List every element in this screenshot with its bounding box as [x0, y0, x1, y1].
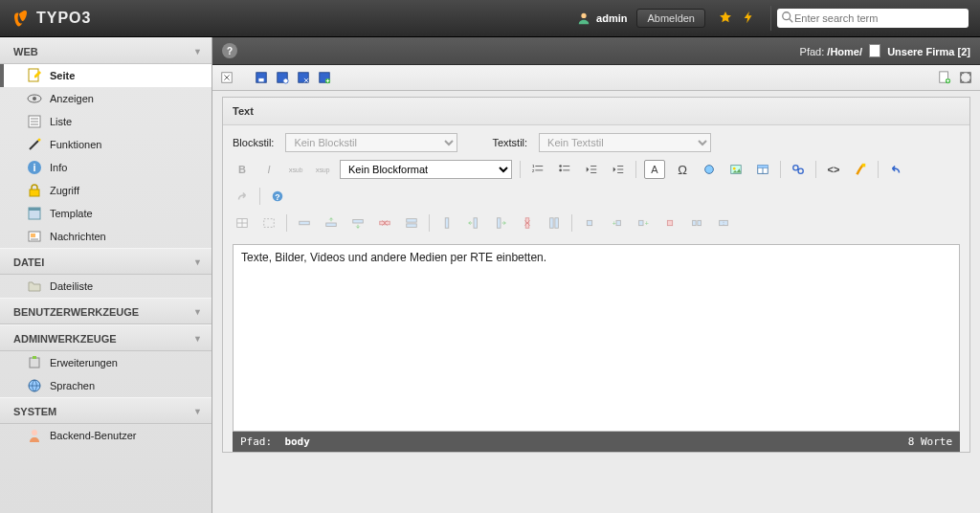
sidebar-item-zugriff[interactable]: Zugriff	[0, 179, 212, 202]
sidebar-item-label: Template	[50, 208, 93, 219]
col-insert-after-button[interactable]	[491, 213, 510, 233]
clear-cache-bolt-icon[interactable]	[742, 11, 755, 26]
outdent-button[interactable]	[582, 160, 601, 179]
find-replace-button[interactable]	[789, 160, 808, 179]
link-button[interactable]	[700, 160, 719, 179]
statusbar-path-label: Pfad:	[240, 435, 272, 448]
about-button[interactable]: ?	[268, 187, 287, 206]
sidebar-section-adminwerkzeuge[interactable]: ADMINWERKZEUGE ▼	[0, 324, 212, 351]
ordered-list-button[interactable]: 12	[528, 160, 547, 179]
col-insert-before-button[interactable]	[464, 213, 483, 233]
svg-point-23	[32, 430, 37, 435]
cell-delete-button[interactable]	[660, 213, 679, 233]
logout-button[interactable]: Abmelden	[636, 9, 705, 28]
col-split-button[interactable]	[545, 213, 564, 233]
fullscreen-button[interactable]	[957, 69, 974, 86]
chevron-down-icon: ▼	[193, 407, 202, 416]
sidebar-item-sprachen[interactable]: Sprachen	[0, 374, 212, 397]
sidebar-section-datei[interactable]: DATEI ▼	[0, 248, 212, 275]
special-char-button[interactable]: Ω	[673, 160, 692, 179]
cell-merge-button[interactable]	[714, 213, 733, 233]
statusbar-path-value[interactable]: body	[284, 435, 310, 448]
row-delete-button[interactable]	[375, 213, 394, 233]
cell-insert-before-button[interactable]: +	[607, 213, 626, 233]
topbar-separator	[770, 6, 771, 31]
remove-format-button[interactable]	[851, 160, 870, 179]
user-info[interactable]: admin	[577, 11, 627, 25]
col-delete-button[interactable]	[518, 213, 537, 233]
new-record-button[interactable]	[936, 69, 953, 86]
text-color-button[interactable]: A	[644, 160, 665, 179]
superscript-button[interactable]: xsup	[313, 160, 332, 179]
textstyle-select[interactable]: Kein Textstil	[539, 133, 711, 152]
bold-button[interactable]: B	[233, 160, 252, 179]
action-bar	[212, 65, 980, 91]
svg-rect-21	[33, 356, 36, 359]
search-input[interactable]	[794, 12, 965, 24]
svg-rect-82	[667, 220, 672, 225]
svg-text:?: ?	[275, 192, 279, 202]
toolbar-separator	[878, 161, 879, 178]
sidebar-item-funktionen[interactable]: Funktionen	[0, 133, 212, 156]
save-new-button[interactable]	[316, 69, 333, 86]
sidebar-item-info[interactable]: i Info	[0, 156, 212, 179]
sidebar-section-system[interactable]: SYSTEM ▼	[0, 397, 212, 424]
panel-title: Text	[223, 98, 969, 125]
breadcrumb-page[interactable]: Unsere Firma	[887, 46, 954, 57]
module-sidebar: WEB ▼ Seite Anzeigen Liste Funktionen i	[0, 37, 212, 513]
save-close-button[interactable]	[295, 69, 312, 86]
sidebar-item-label: Dateiliste	[50, 280, 93, 292]
breadcrumb-home[interactable]: /Home/	[827, 46, 862, 57]
row-props-button[interactable]	[295, 213, 314, 233]
sidebar-item-template[interactable]: Template	[0, 202, 212, 225]
col-props-button[interactable]	[437, 213, 457, 233]
row-insert-above-button[interactable]	[322, 213, 341, 233]
italic-button[interactable]: I	[259, 160, 278, 179]
main-area: ? Pfad: /Home/ Unsere Firma [2] Te	[212, 37, 980, 513]
row-insert-below-button[interactable]	[348, 213, 368, 233]
row-split-button[interactable]	[402, 213, 421, 233]
unordered-list-button[interactable]	[555, 160, 574, 179]
image-button[interactable]	[726, 160, 746, 179]
svg-rect-16	[29, 208, 40, 211]
save-view-button[interactable]	[274, 69, 291, 86]
sidebar-item-backend-benutzer[interactable]: Backend-Benutzer	[0, 424, 212, 447]
sidebar-item-seite[interactable]: Seite	[0, 64, 212, 87]
html-source-button[interactable]: <>	[824, 160, 843, 179]
indent-button[interactable]	[609, 160, 628, 179]
bookmark-star-icon[interactable]	[719, 11, 732, 26]
subscript-button[interactable]: xsub	[286, 160, 305, 179]
sidebar-section-web[interactable]: WEB ▼	[0, 37, 212, 64]
cell-split-button[interactable]	[687, 213, 706, 233]
svg-rect-75	[550, 218, 554, 229]
sidebar-item-anzeigen[interactable]: Anzeigen	[0, 87, 212, 110]
svg-rect-67	[353, 220, 364, 224]
table-button[interactable]	[753, 160, 772, 179]
sidebar-item-label: Liste	[50, 116, 72, 127]
table-props-button[interactable]	[233, 213, 252, 233]
search-box[interactable]	[777, 9, 969, 28]
sidebar-item-erweiterungen[interactable]: Erweiterungen	[0, 351, 212, 374]
sidebar-item-nachrichten[interactable]: Nachrichten	[0, 225, 212, 248]
cell-props-button[interactable]	[580, 213, 599, 233]
rte-panel: Text Blockstil: Kein Blockstil Textstil:…	[222, 97, 970, 453]
sidebar-item-liste[interactable]: Liste	[0, 110, 212, 133]
cell-insert-after-button[interactable]: +	[634, 213, 653, 233]
svg-point-39	[559, 165, 562, 167]
rte-editor[interactable]: Texte, Bilder, Videos und andere Medien …	[233, 244, 960, 432]
close-button[interactable]	[218, 69, 235, 86]
save-button[interactable]	[253, 69, 270, 86]
toggle-borders-button[interactable]	[259, 213, 278, 233]
sidebar-item-dateiliste[interactable]: Dateiliste	[0, 275, 212, 298]
redo-button[interactable]	[233, 187, 252, 206]
blockstyle-select[interactable]: Kein Blockstil	[285, 133, 457, 152]
svg-rect-69	[407, 219, 417, 223]
template-icon	[27, 206, 42, 221]
svg-text:2: 2	[532, 168, 535, 173]
content-area: Text Blockstil: Kein Blockstil Textstil:…	[212, 91, 980, 513]
undo-button[interactable]	[886, 160, 905, 179]
sidebar-section-benutzerwerkzeuge[interactable]: BENUTZERWERKZEUGE ▼	[0, 298, 212, 324]
blockformat-select[interactable]: Kein Blockformat	[340, 160, 512, 179]
help-icon[interactable]: ?	[222, 43, 237, 58]
svg-line-10	[30, 141, 38, 149]
